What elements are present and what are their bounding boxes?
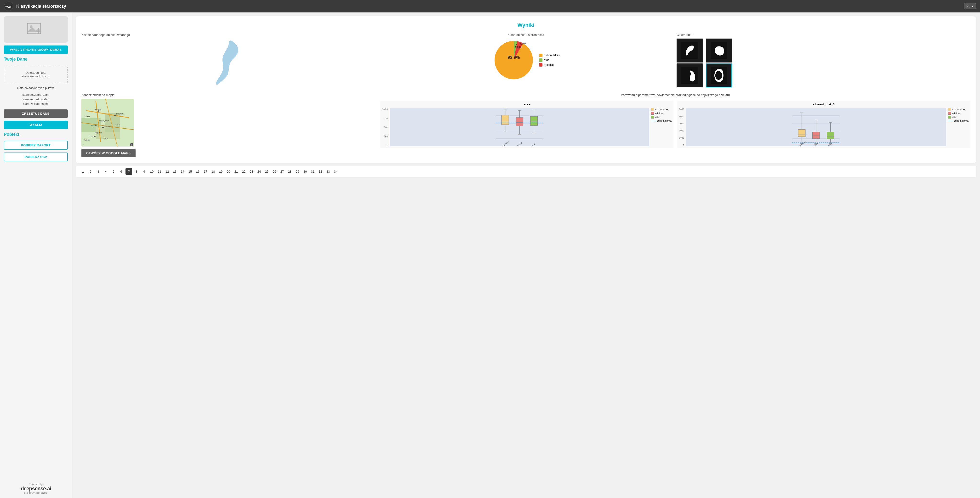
svg-text:WWF: WWF [5,5,12,8]
page-btn-17[interactable]: 17 [202,168,209,175]
cluster-section: Cluster id: 3 [676,33,970,88]
upload-icon-area [4,16,68,43]
page-btn-25[interactable]: 25 [263,168,270,175]
svg-text:other: other [828,142,832,146]
page-btn-10[interactable]: 10 [148,168,155,175]
page-btn-20[interactable]: 20 [225,168,232,175]
shape-section: Kształt badanego obiektu wodnego [81,33,375,88]
page-btn-23[interactable]: 23 [248,168,255,175]
svg-rect-80 [813,132,820,138]
file-list: starorzeczadron.shx, starorzeczadron.shp… [4,93,68,107]
upload-drop-zone[interactable]: Uploaded files: starorzeczadron.shx [4,65,68,83]
svg-point-25 [97,110,99,112]
svg-text:Rogalinek: Rogalinek [95,132,102,134]
svg-text:other: other [531,142,536,146]
area-chart-plot: oxbow lakes artificial other [390,108,649,146]
page-btn-16[interactable]: 16 [194,168,201,175]
legend-other: other [539,59,560,62]
page-btn-5[interactable]: 5 [110,168,117,175]
svg-text:Luboń: Luboń [85,116,90,118]
map-view: Poznań Swarzędz Luboń Puszczykowo Stęsze… [81,99,134,146]
cluster-img-2[interactable] [706,38,732,62]
page-btn-22[interactable]: 22 [240,168,247,175]
dist-chart-plot: oxbow lakes artificial other [686,108,946,146]
deepsense-tagline: BIG DATA SCIENCE [4,492,68,494]
page-btn-2[interactable]: 2 [87,168,94,175]
svg-text:i: i [132,144,132,146]
wwf-logo: WWF [4,2,13,11]
powered-by: Powered by deepsense.ai BIG DATA SCIENCE [4,483,68,494]
download-csv-button[interactable]: POBIERZ CSV [4,153,68,161]
svg-text:oxbow lakes: oxbow lakes [500,141,510,146]
cluster-grid [676,38,734,88]
page-btn-11[interactable]: 11 [156,168,163,175]
svg-text:Śrem: Śrem [115,123,119,125]
page-btn-18[interactable]: 18 [210,168,216,175]
download-report-button[interactable]: POBIERZ RAPORT [4,141,68,150]
svg-text:Czempień: Czempień [89,135,96,137]
cluster-label: Cluster id: 3 [676,33,970,37]
uploaded-files-text: Uploaded files: starorzeczadron.shx [9,71,62,78]
svg-text:oxbow lakes: oxbow lakes [797,141,807,146]
oxbow-color [539,54,542,57]
dist-chart-title: closest_dist_0 [679,102,969,106]
page-btn-33[interactable]: 33 [325,168,331,175]
svg-marker-3 [27,27,41,32]
page-btn-12[interactable]: 12 [164,168,170,175]
svg-point-27 [102,127,104,128]
shape-label: Kształt badanego obiektu wodnego [81,33,375,37]
cluster-img-4-selected[interactable] [706,64,732,88]
page-btn-13[interactable]: 13 [172,168,178,175]
svg-text:3.03%: 3.03% [515,46,522,49]
svg-text:Mosina: Mosina [104,126,110,127]
download-section-title: Pobierz [4,132,68,137]
page-btn-3[interactable]: 3 [95,168,102,175]
other-color [539,59,542,62]
page-btn-7[interactable]: 7 [126,168,132,175]
reset-data-button[interactable]: ZRESETUJ DANE [4,110,68,118]
svg-rect-74 [798,129,805,137]
page-title: Klasyfikacja starorzeczy [16,4,964,9]
area-chart: area 100M 1M 10k 100 1 [380,100,673,148]
page-btn-28[interactable]: 28 [286,168,293,175]
open-maps-button[interactable]: OTWÓRZ W GOOGLE MAPS [81,149,135,157]
page-btn-31[interactable]: 31 [309,168,316,175]
shape-silhouette [81,38,375,86]
page-btn-34[interactable]: 34 [332,168,339,175]
send-button[interactable]: WYŚLIJ [4,121,68,129]
svg-text:Śrem: Śrem [104,137,108,139]
your-data-title: Twoje Dane [4,57,68,62]
chevron-down-icon: ▾ [972,4,974,8]
page-btn-29[interactable]: 29 [294,168,301,175]
page-btn-9[interactable]: 9 [141,168,148,175]
language-selector[interactable]: PL ▾ [964,3,976,10]
comparison-section: Porównanie parametrów (powierzchnia oraz… [380,93,970,157]
svg-text:Puszczykowo: Puszczykowo [99,120,109,122]
cluster-img-3[interactable] [676,64,703,88]
page-btn-21[interactable]: 21 [233,168,240,175]
svg-rect-86 [827,132,834,139]
page-btn-4[interactable]: 4 [102,168,109,175]
page-btn-27[interactable]: 27 [279,168,285,175]
page-btn-14[interactable]: 14 [179,168,186,175]
page-btn-6[interactable]: 6 [118,168,124,175]
results-title: Wyniki [81,22,970,28]
page-btn-1[interactable]: 1 [80,168,86,175]
legend-artificial: artificial [539,63,560,67]
page-btn-15[interactable]: 15 [187,168,194,175]
page-btn-26[interactable]: 26 [271,168,278,175]
area-chart-title: area [382,102,671,106]
map-section: Zobacz obiekt na mapie [81,93,377,157]
send-example-button[interactable]: WYŚLIJ PRZYKŁADOWY OBRAZ [4,46,68,54]
page-btn-30[interactable]: 30 [302,168,309,175]
svg-text:K: K [83,144,84,146]
app-header: WWF Klasyfikacja starorzeczy PL ▾ [0,0,980,13]
main-content: Wyniki Kształt badanego obiektu wodnego … [72,13,980,498]
pie-section: Klasa obiektu: starorzecza [379,33,673,88]
cluster-img-1[interactable] [676,38,703,62]
page-btn-24[interactable]: 24 [256,168,262,175]
svg-text:artificial: artificial [516,142,523,146]
page-btn-19[interactable]: 19 [218,168,224,175]
page-btn-8[interactable]: 8 [133,168,140,175]
page-btn-32[interactable]: 32 [317,168,324,175]
